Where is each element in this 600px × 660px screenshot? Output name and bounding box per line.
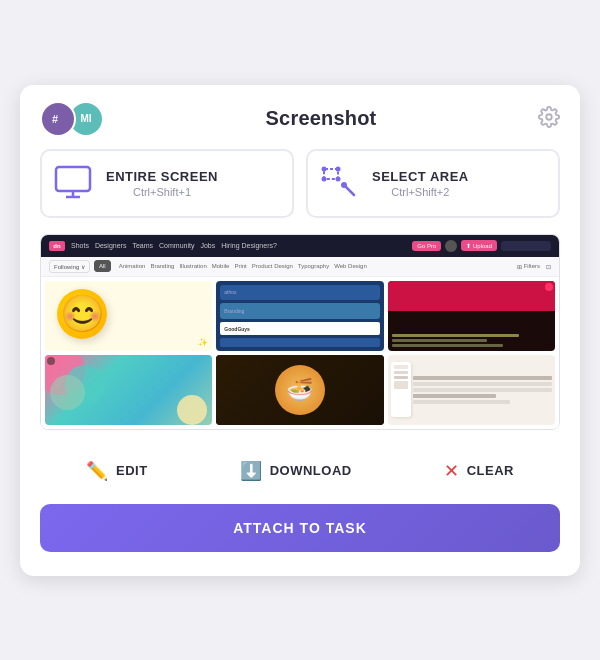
clear-button[interactable]: ✕ CLEAR: [432, 454, 526, 488]
svg-text:#: #: [52, 113, 58, 125]
page-title: Screenshot: [266, 107, 377, 130]
shot-5: 🍜: [216, 355, 383, 425]
dribbble-filter-bar: Following ∨ All Animation Branding Illus…: [41, 257, 559, 277]
svg-point-6: [322, 166, 327, 171]
go-pro-button: Go Pro: [412, 241, 441, 251]
shot-4: [45, 355, 212, 425]
entire-screen-shortcut: Ctrl+Shift+1: [106, 186, 218, 198]
select-area-label: SELECT AREA: [372, 169, 469, 184]
clear-icon: ✕: [444, 460, 459, 482]
avatar-teal-initials: MI: [80, 113, 91, 124]
filters-button: ⊞Filters ⊡: [517, 263, 551, 270]
svg-rect-2: [56, 167, 90, 191]
following-tag: Following ∨: [49, 260, 90, 273]
svg-point-7: [336, 166, 341, 171]
select-area-shortcut: Ctrl+Shift+2: [372, 186, 469, 198]
settings-gear-icon[interactable]: [538, 106, 560, 132]
user-avatar: [445, 240, 457, 252]
shot-1: ✨: [45, 281, 212, 351]
shot-6: [388, 355, 555, 425]
avatar-purple: #: [40, 101, 76, 137]
monitor-icon: [54, 165, 92, 202]
svg-point-9: [336, 176, 341, 181]
download-label: DOWNLOAD: [270, 463, 352, 478]
edit-label: EDIT: [116, 463, 148, 478]
download-icon: ⬇️: [240, 460, 262, 482]
header: # MI Screenshot: [20, 85, 580, 149]
search-bar: [501, 241, 551, 251]
entire-screen-label: ENTIRE SCREEN: [106, 169, 218, 184]
edit-button[interactable]: ✏️ EDIT: [74, 454, 160, 488]
avatars: # MI: [40, 101, 104, 137]
entire-screen-button[interactable]: ENTIRE SCREEN Ctrl+Shift+1: [40, 149, 294, 218]
shots-grid: ✨ athos Branding GoodGuys: [41, 277, 559, 429]
action-buttons: ✏️ EDIT ⬇️ DOWNLOAD ✕ CLEAR: [20, 446, 580, 504]
dribbble-nav-links: Shots Designers Teams Community Jobs Hir…: [71, 242, 277, 249]
all-tag: All: [94, 260, 111, 272]
attach-to-task-button[interactable]: ATTACH TO TASK: [40, 504, 560, 552]
download-button[interactable]: ⬇️ DOWNLOAD: [228, 454, 364, 488]
capture-options: ENTIRE SCREEN Ctrl+Shift+1 SELECT AREA C…: [20, 149, 580, 234]
dribbble-preview: dn Shots Designers Teams Community Jobs …: [41, 235, 559, 429]
preview-area: dn Shots Designers Teams Community Jobs …: [40, 234, 560, 430]
dribbble-nav-right: Go Pro ⬆ Upload: [412, 240, 551, 252]
smiley-graphic: [57, 289, 107, 339]
selection-icon: [320, 165, 358, 202]
svg-rect-5: [324, 169, 338, 179]
edit-icon: ✏️: [86, 460, 108, 482]
category-tags: Animation Branding Illustration Mobile P…: [119, 263, 367, 269]
food-graphic: 🍜: [275, 365, 325, 415]
svg-point-1: [546, 114, 552, 120]
dribbble-logo: dn: [49, 241, 65, 251]
shot-2: athos Branding GoodGuys: [216, 281, 383, 351]
main-card: # MI Screenshot: [20, 85, 580, 576]
svg-point-8: [322, 176, 327, 181]
select-area-button[interactable]: SELECT AREA Ctrl+Shift+2: [306, 149, 560, 218]
svg-point-11: [341, 182, 347, 188]
shot-3: [388, 281, 555, 351]
clear-label: CLEAR: [467, 463, 514, 478]
upload-button: ⬆ Upload: [461, 240, 497, 251]
dribbble-navbar: dn Shots Designers Teams Community Jobs …: [41, 235, 559, 257]
